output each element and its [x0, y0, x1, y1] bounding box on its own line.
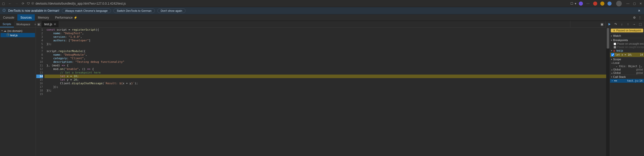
- nav-back-icon[interactable]: ←: [8, 2, 12, 5]
- chevron-right-icon: ▸: [612, 69, 613, 71]
- scope-local-row[interactable]: ▾ Local: [610, 61, 644, 65]
- pause-icon: ⏸: [613, 29, 615, 32]
- scope-global1-row[interactable]: ▸ Global global: [610, 68, 644, 71]
- window-minimize-icon[interactable]: —: [626, 2, 629, 5]
- debugger-sidebar: ⏸ Paused on breakpoint ▸ Watch ▾ Breakpo…: [610, 28, 644, 156]
- ext-icon-5[interactable]: [607, 2, 612, 6]
- file-tab-label: test.js: [44, 22, 52, 26]
- browser-toolbar: ▢ ← → ⟳ 🛡 ⓥ devtools://devtools/bundled/…: [0, 0, 644, 7]
- file-tab-close-icon[interactable]: ✕: [54, 22, 56, 26]
- breakpoint-line-marker[interactable]: 14: [36, 75, 43, 78]
- editor-scrollbar[interactable]: [606, 28, 610, 156]
- shield-icon[interactable]: 🛡: [27, 2, 30, 5]
- sidebar-toggle-icon[interactable]: ▢: [2, 2, 5, 5]
- nav-reload-icon[interactable]: ⟳: [22, 2, 24, 5]
- step-out-button[interactable]: ↑: [626, 22, 630, 26]
- extension-icons: ⋯: [579, 2, 612, 6]
- url-text: devtools://devtools/bundled/js_app.html?…: [36, 2, 569, 5]
- infobar-message: DevTools is now available in German!: [8, 9, 59, 13]
- current-execution-line: let x = 10;: [44, 75, 610, 78]
- tree-expand-icon: ▾: [2, 30, 3, 32]
- pause-caught-checkbox[interactable]: [614, 46, 616, 49]
- subtab-scripts[interactable]: Scripts: [0, 21, 14, 27]
- js-file-icon: ❐: [7, 33, 9, 37]
- performance-badge-icon: ⚡: [74, 16, 77, 19]
- toggle-navigator-icon[interactable]: ▣: [36, 22, 42, 26]
- chevron-down-icon: ▾: [611, 39, 612, 41]
- debugger-controls: ↷ ↓ ↑ → ⬚: [605, 21, 644, 27]
- line-gutter[interactable]: 12345 678910 111213 14 1516171819: [36, 28, 44, 156]
- breakpoint-enable-checkbox[interactable]: [611, 53, 614, 56]
- chevron-right-icon: ▸: [612, 72, 613, 74]
- ext-icon-1[interactable]: [579, 2, 583, 6]
- editor-file-tab[interactable]: test.js ✕: [42, 21, 59, 27]
- ext-icon-2[interactable]: ⋯: [586, 2, 590, 6]
- infobar-close-icon[interactable]: ✕: [637, 9, 641, 13]
- breakpoint-file-row[interactable]: ▾ ◉ test.js: [610, 49, 644, 53]
- pause-uncaught-checkbox-row[interactable]: Pause on uncaught exceptions: [610, 42, 644, 45]
- cloud-icon: ☁: [4, 29, 6, 32]
- chevron-down-icon: ▾: [611, 76, 612, 78]
- stack-frame-row[interactable]: ➤ => test.js:14: [610, 79, 644, 83]
- tree-file-row[interactable]: ❐ test.js: [1, 33, 35, 37]
- chevron-right-icon: ▸: [611, 35, 612, 37]
- watch-section-header[interactable]: ▸ Watch: [610, 33, 644, 38]
- chevron-down-icon: ▾: [612, 62, 613, 64]
- chevron-down-icon: ▾: [611, 50, 612, 52]
- deactivate-breakpoints-button[interactable]: ⬚: [638, 22, 642, 26]
- site-info-icon[interactable]: ⓥ: [31, 2, 34, 5]
- devtools-tabstrip: Console Sources Memory Performance ⚡ ⚙ ⋮: [0, 14, 644, 21]
- pause-caught-checkbox-row[interactable]: Pause on caught exceptions: [610, 45, 644, 49]
- window-maximize-icon[interactable]: ▢: [633, 2, 636, 5]
- ext-icon-4[interactable]: [600, 2, 604, 6]
- ext-icon-3[interactable]: [593, 2, 597, 6]
- code-editor[interactable]: 12345 678910 111213 14 1516171819 const …: [36, 28, 610, 156]
- bookmark-icon[interactable]: ☐: [570, 2, 573, 5]
- tab-sources[interactable]: Sources: [17, 14, 35, 21]
- breakpoint-badge-icon: ◉: [613, 49, 615, 52]
- chevron-right-icon: ▸: [616, 65, 617, 68]
- step-over-button[interactable]: ↷: [614, 22, 617, 26]
- callstack-section-header[interactable]: ▾ Call Stack: [610, 75, 644, 79]
- chevron-down-icon: ▾: [611, 58, 612, 61]
- tab-memory[interactable]: Memory: [35, 14, 52, 21]
- resume-button[interactable]: [608, 22, 611, 26]
- more-menu-icon[interactable]: ⋮: [638, 16, 641, 19]
- pause-uncaught-checkbox[interactable]: [614, 43, 616, 45]
- sources-main: ▾ ☁ (no domain) ❐ test.js 12345 678910 1…: [0, 28, 644, 156]
- code-content[interactable]: const script = registerScript({ name: "D…: [44, 28, 610, 156]
- sources-toolbar: Scripts Workspace » ⋮ ▣ test.js ✕ ▣ ↷ ↓ …: [0, 21, 644, 28]
- tab-console[interactable]: Console: [0, 14, 17, 21]
- scope-global2-row[interactable]: ▸ Global global: [610, 71, 644, 75]
- file-tree: ▾ ☁ (no domain) ❐ test.js: [0, 28, 36, 156]
- url-dropdown-icon[interactable]: ▾: [575, 2, 576, 5]
- subtab-workspace[interactable]: Workspace: [14, 21, 33, 27]
- tree-file-label: test.js: [10, 34, 18, 37]
- profile-avatar[interactable]: [616, 1, 622, 6]
- nav-forward-icon[interactable]: →: [15, 2, 18, 5]
- dont-show-again-button[interactable]: Don't show again: [157, 8, 186, 13]
- breakpoint-code-row[interactable]: let x = 10; 14: [610, 53, 644, 57]
- tree-domain-label: (no domain): [7, 29, 22, 32]
- switch-language-button[interactable]: Switch DevTools to German: [113, 8, 155, 13]
- settings-gear-icon[interactable]: ⚙: [633, 16, 636, 19]
- tab-performance[interactable]: Performance ⚡: [52, 14, 80, 21]
- breakpoints-section-header[interactable]: ▾ Breakpoints: [610, 38, 644, 42]
- step-into-button[interactable]: ↓: [620, 22, 624, 26]
- paused-badge: ⏸ Paused on breakpoint: [611, 29, 643, 32]
- url-bar[interactable]: 🛡 ⓥ devtools://devtools/bundled/js_app.h…: [27, 2, 576, 5]
- window-close-icon[interactable]: ✕: [639, 2, 642, 5]
- scope-this-row[interactable]: ▸ this: Object [object global]: [610, 65, 644, 68]
- info-icon: ⓘ: [3, 8, 6, 13]
- tree-domain-row[interactable]: ▾ ☁ (no domain): [0, 29, 36, 33]
- current-frame-icon: ➤: [612, 79, 613, 82]
- scope-section-header[interactable]: ▾ Scope: [610, 57, 644, 61]
- toggle-debugger-icon[interactable]: ▣: [601, 22, 603, 26]
- language-infobar: ⓘ DevTools is now available in German! A…: [0, 7, 644, 14]
- step-button[interactable]: →: [632, 22, 636, 26]
- match-language-button[interactable]: Always match Chrome's language: [62, 8, 111, 13]
